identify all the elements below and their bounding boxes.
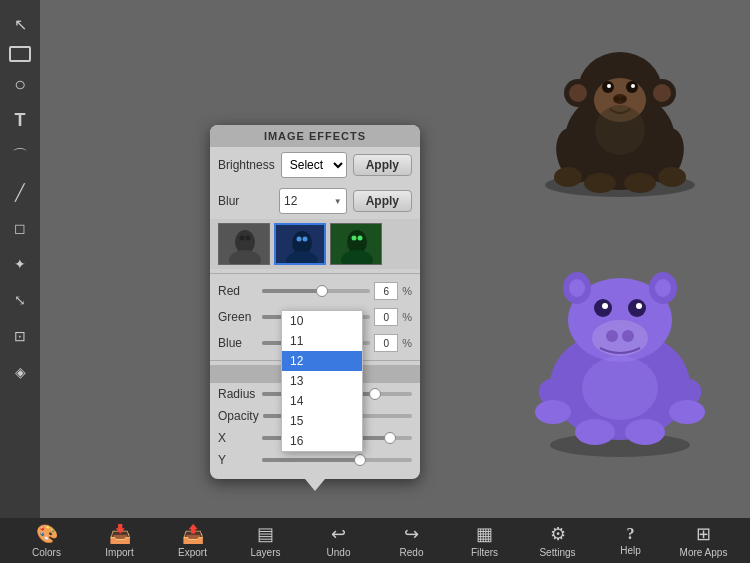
left-toolbar: ↖ ○ T ⌒ ╱ ◻ ✦ ⤡ ⊡ ◈ (0, 0, 40, 520)
dropdown-option-12-selected[interactable]: 12 (282, 351, 362, 371)
dropdown-option-13[interactable]: 13 (282, 371, 362, 391)
hippo-image (515, 240, 725, 460)
lasso-tool[interactable]: ⌒ (6, 142, 34, 170)
dropdown-option-16[interactable]: 16 (282, 431, 362, 451)
eraser-tool[interactable]: ◻ (6, 214, 34, 242)
svg-point-18 (658, 167, 686, 187)
dropdown-option-15[interactable]: 15 (282, 411, 362, 431)
svg-point-28 (655, 279, 671, 297)
more-apps-button[interactable]: ⊞ More Apps (679, 523, 729, 558)
undo-label: Undo (327, 547, 351, 558)
thumbnail-strip (210, 219, 420, 269)
red-slider-thumb[interactable] (316, 285, 328, 297)
svg-point-39 (669, 400, 705, 424)
more-apps-icon: ⊞ (696, 523, 711, 545)
svg-point-34 (606, 330, 618, 342)
svg-point-14 (621, 97, 626, 102)
y-label: Y (218, 453, 258, 467)
dropdown-option-14[interactable]: 14 (282, 391, 362, 411)
thumbnail-bw[interactable] (218, 223, 270, 265)
blue-pct-symbol: % (402, 337, 412, 349)
green-value-input[interactable] (374, 308, 398, 326)
redo-button[interactable]: ↪ Redo (387, 523, 437, 558)
layers-button[interactable]: ▤ Layers (241, 523, 291, 558)
brightness-label: Brightness (218, 158, 275, 172)
ellipse-tool[interactable]: ○ (6, 70, 34, 98)
panel-arrow (305, 479, 325, 491)
svg-point-56 (352, 236, 357, 241)
svg-point-51 (297, 237, 302, 242)
monkey-image (520, 15, 720, 200)
blur-label: Blur (218, 194, 273, 208)
canvas-area[interactable]: IMAGE EFFECTS Brightness Select 123 Appl… (40, 0, 750, 518)
green-label: Green (218, 310, 258, 324)
layers-label: Layers (250, 547, 280, 558)
y-slider-thumb[interactable] (354, 454, 366, 466)
blue-label: Blue (218, 336, 258, 350)
apply-blur-button[interactable]: Apply (353, 190, 412, 212)
svg-point-17 (554, 167, 582, 187)
help-icon: ? (627, 525, 635, 543)
red-value-input[interactable] (374, 282, 398, 300)
opacity-label: Opacity (218, 409, 259, 423)
svg-point-19 (584, 173, 616, 193)
colors-label: Colors (32, 547, 61, 558)
redo-label: Redo (400, 547, 424, 558)
red-slider-row: Red % (210, 278, 420, 304)
colors-icon: 🎨 (36, 523, 58, 545)
redo-icon: ↪ (404, 523, 419, 545)
svg-point-13 (615, 97, 620, 102)
gradient-tool[interactable]: ◈ (6, 358, 34, 386)
brush-tool[interactable]: ╱ (6, 178, 34, 206)
svg-point-10 (607, 84, 611, 88)
colors-button[interactable]: 🎨 Colors (22, 523, 72, 558)
svg-point-42 (582, 356, 658, 420)
thumbnail-blue[interactable] (274, 223, 326, 265)
blur-dropdown-arrow: ▼ (334, 197, 342, 206)
svg-point-32 (636, 303, 642, 309)
help-button[interactable]: ? Help (606, 525, 656, 556)
dropdown-option-11[interactable]: 11 (282, 331, 362, 351)
green-pct-symbol: % (402, 311, 412, 323)
brightness-select[interactable]: Select 123 (281, 152, 347, 178)
help-label: Help (620, 545, 641, 556)
transform-tool[interactable]: ⤡ (6, 286, 34, 314)
filters-button[interactable]: ▦ Filters (460, 523, 510, 558)
apply-brightness-button[interactable]: Apply (353, 154, 412, 176)
radius-slider-thumb[interactable] (369, 388, 381, 400)
red-label: Red (218, 284, 258, 298)
export-button[interactable]: 📤 Export (168, 523, 218, 558)
filters-label: Filters (471, 547, 498, 558)
svg-point-5 (569, 84, 587, 102)
red-slider-track[interactable] (262, 289, 370, 293)
dropdown-option-10[interactable]: 10 (282, 311, 362, 331)
radius-label: Radius (218, 387, 258, 401)
export-icon: 📤 (182, 523, 204, 545)
import-button[interactable]: 📥 Import (95, 523, 145, 558)
svg-point-21 (595, 105, 645, 155)
svg-point-46 (240, 236, 245, 241)
eyedropper-tool[interactable]: ✦ (6, 250, 34, 278)
bottom-toolbar: 🎨 Colors 📥 Import 📤 Export ▤ Layers ↩ Un… (0, 518, 750, 563)
blur-dropdown: 10 11 12 13 14 15 16 (281, 310, 363, 452)
undo-button[interactable]: ↩ Undo (314, 523, 364, 558)
svg-point-11 (631, 84, 635, 88)
x-slider-thumb[interactable] (384, 432, 396, 444)
settings-button[interactable]: ⚙ Settings (533, 523, 583, 558)
svg-point-41 (625, 419, 665, 445)
import-label: Import (105, 547, 133, 558)
cursor-tool[interactable]: ↖ (6, 10, 34, 38)
crop-tool[interactable]: ⊡ (6, 322, 34, 350)
svg-point-20 (624, 173, 656, 193)
blue-value-input[interactable] (374, 334, 398, 352)
more-apps-label: More Apps (680, 547, 728, 558)
layers-icon: ▤ (257, 523, 274, 545)
rectangle-tool[interactable] (9, 46, 31, 62)
blur-select[interactable]: 12 ▼ (279, 188, 347, 214)
svg-point-57 (358, 236, 363, 241)
y-slider-track[interactable] (262, 458, 412, 462)
svg-point-27 (569, 279, 585, 297)
text-tool[interactable]: T (6, 106, 34, 134)
undo-icon: ↩ (331, 523, 346, 545)
thumbnail-green[interactable] (330, 223, 382, 265)
